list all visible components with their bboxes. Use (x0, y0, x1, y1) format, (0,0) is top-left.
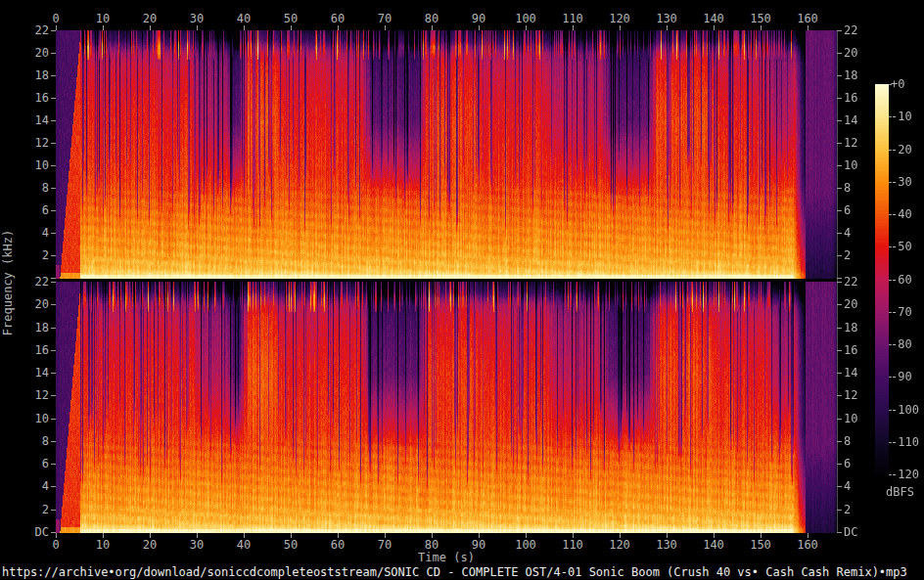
freq-tick (837, 120, 842, 121)
freq-tick-label: 2 (18, 249, 49, 261)
time-tick (244, 25, 245, 30)
freq-tick (51, 464, 56, 465)
freq-tick-label: 20 (18, 298, 49, 310)
freq-tick (837, 419, 842, 420)
freq-tick (837, 328, 842, 329)
file-url-text: https://archive•org/download/soniccdcomp… (2, 565, 907, 579)
time-tick-label: 10 (85, 13, 120, 24)
time-tick-label: 140 (696, 13, 731, 24)
freq-tick (51, 188, 56, 189)
freq-tick-label: 2 (844, 504, 877, 515)
freq-tick-label: 2 (18, 504, 49, 515)
freq-tick-label: 14 (18, 114, 49, 126)
freq-tick-label: 20 (18, 47, 49, 59)
time-tick-label: 40 (226, 539, 261, 551)
freq-tick-label: 22 (18, 276, 49, 288)
freq-tick (51, 282, 56, 283)
time-tick-label: 70 (367, 539, 402, 551)
freq-tick (837, 278, 842, 279)
colorbar-tick-label: -70 (891, 306, 912, 318)
freq-tick-label: 10 (844, 413, 877, 424)
freq-tick (837, 53, 842, 54)
time-tick-label: 30 (179, 539, 214, 551)
freq-tick (51, 210, 56, 211)
colorbar-tick-label: -60 (891, 274, 912, 286)
freq-tick-label: 20 (844, 47, 877, 59)
time-tick-label: 160 (790, 13, 825, 24)
spectrogram-view: 0102030405060708090100110120130140150160… (0, 0, 924, 580)
freq-tick-label: 18 (18, 69, 49, 81)
freq-tick-label: 8 (18, 435, 49, 447)
time-tick (56, 25, 57, 30)
time-tick (291, 25, 292, 30)
time-tick-label: 70 (367, 13, 402, 24)
freq-tick (51, 350, 56, 351)
freq-tick-label: 16 (844, 344, 877, 356)
colorbar-tick-label: -30 (891, 176, 912, 188)
spectrogram-canvas (56, 30, 837, 533)
freq-tick (837, 233, 842, 234)
time-tick-label: 50 (273, 539, 308, 551)
time-axis-label: Time (s) (397, 551, 495, 564)
freq-tick (51, 143, 56, 144)
freq-tick-label: 4 (18, 480, 49, 492)
freq-tick (51, 30, 56, 31)
time-tick-label: 50 (273, 13, 308, 24)
freq-tick-label: 12 (844, 389, 877, 401)
freq-tick (51, 120, 56, 121)
freq-tick-label: 18 (844, 69, 877, 81)
freq-tick (837, 532, 842, 533)
freq-tick (837, 30, 842, 31)
time-tick (103, 25, 104, 30)
spek-spectrogram-window: { "footer": { "url": "https://archive•or… (0, 0, 924, 580)
freq-tick-label: 18 (844, 322, 877, 334)
freq-tick-label: 10 (18, 413, 49, 424)
freq-tick (51, 98, 56, 99)
time-tick-label: 80 (414, 539, 449, 551)
freq-tick (837, 165, 842, 166)
freq-tick (51, 53, 56, 54)
freq-tick-label: 10 (844, 159, 877, 171)
time-tick (385, 25, 386, 30)
freq-tick (51, 510, 56, 511)
time-tick-label: 130 (649, 13, 684, 24)
freq-tick (51, 441, 56, 442)
freq-tick (837, 441, 842, 442)
freq-tick-label: 12 (844, 137, 877, 149)
freq-tick-label: 14 (18, 367, 49, 379)
freq-tick-label: 8 (844, 182, 877, 194)
colorbar-unit-label: dBFS (886, 485, 914, 499)
time-tick-label: 150 (743, 13, 778, 24)
time-tick-label: 90 (461, 13, 496, 24)
freq-tick-label: 8 (18, 182, 49, 194)
time-tick-label: 160 (790, 539, 825, 551)
time-tick-label: 140 (696, 539, 731, 551)
time-tick (620, 25, 621, 30)
time-tick-label: 110 (555, 13, 590, 24)
freq-tick (837, 373, 842, 374)
freq-tick (51, 532, 56, 533)
freq-tick (51, 255, 56, 256)
freq-tick-label: 22 (844, 276, 877, 288)
freq-tick-label: 2 (844, 249, 877, 261)
time-tick (338, 25, 339, 30)
time-tick-label: 60 (320, 13, 355, 24)
time-tick-label: 10 (85, 539, 120, 551)
time-tick (197, 25, 198, 30)
freq-tick (51, 165, 56, 166)
freq-tick-label: 12 (18, 389, 49, 401)
time-tick-label: 20 (132, 13, 167, 24)
time-tick-label: 110 (555, 539, 590, 551)
freq-tick-label: 18 (18, 322, 49, 334)
time-tick (808, 25, 808, 30)
colorbar-tick-label: -10 (891, 111, 912, 122)
freq-tick-label: 14 (844, 114, 877, 126)
freq-tick-label: 6 (844, 458, 877, 469)
freq-tick (51, 486, 56, 487)
freq-tick-label: 4 (844, 480, 877, 492)
time-tick (150, 25, 151, 30)
colorbar-tick-label: -40 (891, 208, 912, 220)
freq-tick-label: 16 (844, 92, 877, 104)
freq-tick-label: 4 (844, 227, 877, 239)
colorbar-tick-label: -100 (891, 404, 919, 416)
